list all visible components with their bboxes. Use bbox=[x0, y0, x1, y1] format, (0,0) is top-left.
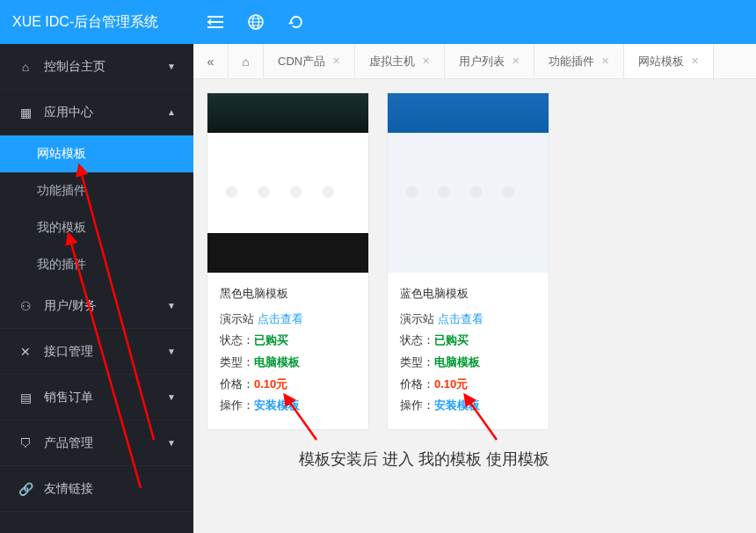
nav-label: 产品管理 bbox=[44, 435, 93, 451]
close-icon[interactable]: ✕ bbox=[691, 55, 699, 67]
status-label: 状态： bbox=[220, 333, 254, 347]
type-value: 电脑模板 bbox=[254, 355, 300, 369]
home-icon: ⌂ bbox=[18, 60, 33, 74]
template-card: 蓝色电脑模板 演示站 点击查看 状态：已购买 类型：电脑模板 价格：0.10元 … bbox=[387, 92, 549, 430]
nav: ⌂ 控制台主页 ▼ ▦ 应用中心 ▲ 网站模板 功能插件 我的模板 我的插件 ⚇… bbox=[0, 44, 193, 533]
type-label: 类型： bbox=[400, 355, 434, 369]
card-body: 蓝色电脑模板 演示站 点击查看 状态：已购买 类型：电脑模板 价格：0.10元 … bbox=[388, 273, 549, 429]
globe-icon[interactable] bbox=[248, 14, 264, 30]
tab-userlist[interactable]: 用户列表 ✕ bbox=[445, 44, 534, 78]
action-label: 操作： bbox=[220, 398, 254, 412]
annotation-text: 模板安装后 进入 我的模板 使用模板 bbox=[299, 449, 549, 470]
chevron-down-icon: ▼ bbox=[167, 347, 176, 356]
status-value: 已购买 bbox=[254, 333, 288, 347]
status-value: 已购买 bbox=[434, 333, 469, 347]
template-thumbnail bbox=[388, 93, 549, 273]
top-bar bbox=[193, 0, 756, 44]
nav-label: 友情链接 bbox=[44, 481, 93, 497]
sidebar: XUE IDC-后台管理系统 ⌂ 控制台主页 ▼ ▦ 应用中心 ▲ 网站模板 功… bbox=[0, 0, 193, 533]
chevron-down-icon: ▼ bbox=[167, 438, 176, 448]
install-link[interactable]: 安装模板 bbox=[254, 398, 300, 412]
tab-label: 虚拟主机 bbox=[369, 54, 415, 69]
type-label: 类型： bbox=[220, 355, 254, 369]
tab-template[interactable]: 网站模板 ✕ bbox=[624, 44, 714, 78]
nav-appcenter[interactable]: ▦ 应用中心 ▲ bbox=[0, 90, 193, 135]
nav-links[interactable]: 🔗 友情链接 bbox=[0, 466, 193, 512]
list-icon: ▤ bbox=[18, 391, 33, 405]
chevron-up-icon: ▲ bbox=[167, 107, 176, 117]
type-value: 电脑模板 bbox=[434, 355, 480, 369]
tools-icon: ✕ bbox=[18, 345, 33, 359]
card-body: 黑色电脑模板 演示站 点击查看 状态：已购买 类型：电脑模板 价格：0.10元 … bbox=[207, 273, 368, 429]
tab-label: CDN产品 bbox=[278, 54, 325, 69]
sidebar-item-my-plugins[interactable]: 我的插件 bbox=[0, 246, 193, 283]
close-icon[interactable]: ✕ bbox=[422, 55, 430, 67]
card-list: 黑色电脑模板 演示站 点击查看 状态：已购买 类型：电脑模板 价格：0.10元 … bbox=[207, 92, 743, 430]
tab-vhost[interactable]: 虚拟主机 ✕ bbox=[355, 44, 445, 78]
tabs: « ⌂ CDN产品 ✕ 虚拟主机 ✕ 用户列表 ✕ 功能插件 ✕ 网站模板 ✕ bbox=[193, 44, 756, 79]
demo-link[interactable]: 点击查看 bbox=[438, 312, 483, 325]
sidebar-item-templates[interactable]: 网站模板 bbox=[0, 135, 193, 172]
template-card: 黑色电脑模板 演示站 点击查看 状态：已购买 类型：电脑模板 价格：0.10元 … bbox=[207, 92, 369, 430]
price-value: 0.10元 bbox=[254, 377, 287, 391]
nav-label: 接口管理 bbox=[44, 344, 93, 360]
sidebar-item-my-templates[interactable]: 我的模板 bbox=[0, 209, 193, 246]
chevron-down-icon: ▼ bbox=[167, 62, 176, 71]
status-label: 状态： bbox=[400, 333, 434, 347]
nav-console[interactable]: ⌂ 控制台主页 ▼ bbox=[0, 44, 193, 90]
close-icon[interactable]: ✕ bbox=[332, 55, 340, 67]
content: 黑色电脑模板 演示站 点击查看 状态：已购买 类型：电脑模板 价格：0.10元 … bbox=[193, 79, 756, 533]
nav-label: 应用中心 bbox=[44, 105, 93, 120]
app-logo: XUE IDC-后台管理系统 bbox=[0, 0, 193, 44]
tab-plugin[interactable]: 功能插件 ✕ bbox=[534, 44, 624, 78]
chevron-down-icon: ▼ bbox=[167, 392, 176, 402]
refresh-icon[interactable] bbox=[288, 14, 304, 30]
link-icon: 🔗 bbox=[18, 482, 33, 496]
grid-icon: ▦ bbox=[18, 106, 33, 120]
nav-product[interactable]: ⛉ 产品管理 ▼ bbox=[0, 420, 193, 466]
close-icon[interactable]: ✕ bbox=[512, 55, 520, 67]
users-icon: ⚇ bbox=[18, 299, 33, 313]
template-thumbnail bbox=[207, 93, 368, 273]
demo-link[interactable]: 点击查看 bbox=[258, 312, 303, 325]
tab-label: 用户列表 bbox=[459, 54, 505, 69]
demo-label: 演示站 bbox=[220, 312, 254, 325]
shield-icon: ⛉ bbox=[18, 436, 33, 450]
chevron-down-icon: ▼ bbox=[167, 301, 176, 310]
demo-label: 演示站 bbox=[400, 312, 434, 325]
tabs-back-icon[interactable]: « bbox=[193, 44, 229, 78]
card-title: 黑色电脑模板 bbox=[220, 283, 356, 305]
nav-label: 控制台主页 bbox=[44, 59, 105, 75]
sidebar-item-plugins[interactable]: 功能插件 bbox=[0, 172, 193, 209]
install-link[interactable]: 安装模板 bbox=[434, 398, 480, 412]
price-label: 价格： bbox=[400, 377, 434, 391]
tab-label: 功能插件 bbox=[549, 54, 594, 69]
nav-user-finance[interactable]: ⚇ 用户/财务 ▼ bbox=[0, 283, 193, 329]
menu-toggle-icon[interactable] bbox=[207, 16, 223, 28]
nav-label: 销售订单 bbox=[44, 390, 93, 405]
card-title: 蓝色电脑模板 bbox=[400, 283, 536, 305]
nav-api[interactable]: ✕ 接口管理 ▼ bbox=[0, 329, 193, 375]
tab-label: 网站模板 bbox=[638, 54, 684, 69]
price-value: 0.10元 bbox=[434, 377, 468, 391]
tab-cdn[interactable]: CDN产品 ✕ bbox=[264, 44, 355, 78]
price-label: 价格： bbox=[220, 377, 254, 391]
nav-sales[interactable]: ▤ 销售订单 ▼ bbox=[0, 375, 193, 420]
action-label: 操作： bbox=[400, 398, 434, 412]
close-icon[interactable]: ✕ bbox=[601, 55, 609, 67]
tab-home-icon[interactable]: ⌂ bbox=[229, 44, 264, 78]
nav-label: 用户/财务 bbox=[44, 298, 97, 314]
main: « ⌂ CDN产品 ✕ 虚拟主机 ✕ 用户列表 ✕ 功能插件 ✕ 网站模板 ✕ bbox=[193, 0, 756, 533]
